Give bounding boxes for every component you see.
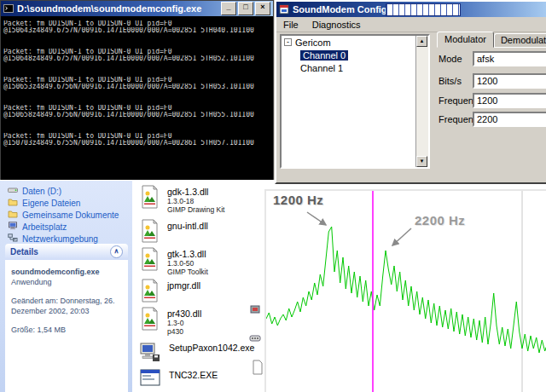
close-icon[interactable]: × (255, 2, 270, 15)
dll-file-icon (139, 279, 160, 306)
tree-item-label: Channel 0 (300, 50, 348, 61)
tree-item-root[interactable]: - Gericom (282, 36, 428, 49)
maximize-icon[interactable]: □ (238, 2, 253, 15)
sidebar-item-eigene-dateien[interactable]: Eigene Dateien (0, 197, 132, 209)
tree-root-label: Gericom (295, 37, 331, 48)
tree-item-channel0[interactable]: Channel 0 (298, 49, 428, 61)
menu-diagnostics[interactable]: Diagnostics (305, 19, 368, 31)
details-content: soundmodemconfig.exe Anwendung Geändert … (5, 260, 128, 392)
folder-icon (8, 210, 18, 220)
sidebar-item-gemeinsame-dokumente[interactable]: Gemeinsame Dokumente (0, 209, 132, 221)
spectrum-window: 1200 Hz 2200 Hz (264, 189, 546, 392)
scroll-up-icon[interactable]: ▲ (416, 36, 427, 47)
details-file-name: soundmodemconfig.exe (11, 267, 122, 277)
dll-file-icon (139, 219, 160, 246)
tab-demodulator[interactable]: Demodulator (494, 33, 546, 48)
application-file-icon (139, 368, 161, 392)
setup-file-icon (139, 341, 161, 366)
console-output: Packet: fm DD1SUN-1 to DD1SUN-0 UI pid=F… (1, 16, 273, 180)
console-line: Packet: fm DD1SUN-1 to DD1SUN-0 UI pid=F… (3, 105, 271, 112)
file-row[interactable]: gtk-1.3.dll 1.3.0-50 GIMP Toolkit (139, 247, 208, 276)
dll-file-icon (139, 185, 160, 214)
file-name: gdk-1.3.dll (167, 187, 224, 197)
sidebar-item-label: Gemeinsame Dokumente (22, 210, 119, 220)
minimize-icon[interactable]: _ (221, 2, 236, 15)
sidebar-item-arbeitsplatz[interactable]: Arbeitsplatz (0, 221, 132, 233)
spectrum-trace (266, 227, 546, 353)
file-description: p430 (167, 327, 201, 336)
mode-field[interactable] (473, 51, 546, 66)
configurator-window[interactable]: SoundModem Configurator File Diagnostics… (275, 0, 546, 184)
spectrum-plot (266, 191, 546, 392)
sidebar-item-label: Arbeitsplatz (22, 222, 67, 232)
device-icon[interactable] (248, 303, 262, 319)
details-file-type: Anwendung (11, 277, 122, 287)
file-version: 1.3.0-50 (167, 259, 208, 268)
settings-tabs: Modulator Demodulator (437, 32, 546, 48)
console-title: D:\soundmodem\soundmodemconfig.exe (17, 3, 218, 14)
sidebar-item-daten[interactable]: Daten (D:) (0, 185, 132, 197)
file-name: pr430.dll (167, 308, 201, 319)
console-line (3, 34, 271, 49)
sidebar-item-label: Daten (D:) (22, 187, 61, 196)
annotation-arrow-1200 (307, 212, 326, 225)
menu-file[interactable]: File (276, 19, 305, 31)
file-row[interactable]: SetupPaxon1042.exe (139, 341, 254, 366)
console-titlebar[interactable]: D:\soundmodem\soundmodemconfig.exe _ □ × (1, 1, 273, 16)
folder-icon (8, 198, 18, 208)
tree-collapse-icon[interactable]: - (284, 38, 292, 46)
tab-modulator[interactable]: Modulator (437, 32, 494, 48)
file-name: SetupPaxon1042.exe (169, 343, 254, 353)
console-line: Packet: fm DD1SUN-1 to DD1SUN-0 UI pid=F… (3, 20, 271, 27)
file-row[interactable]: pr430.dll 1.3-0 p430 (139, 307, 201, 336)
configurator-icon (279, 4, 289, 14)
file-name: gtk-1.3.dll (167, 249, 208, 259)
file-version: 1.3.0-18 (167, 197, 224, 205)
sidebar-item-label: Netzwerkumgebung (22, 234, 98, 244)
file-row[interactable]: gnu-intl.dll (139, 219, 208, 246)
file-row[interactable]: TNC32.EXE (139, 368, 218, 392)
connector-icon[interactable] (248, 332, 262, 348)
console-line: Packet: fm DD1SUN-1 to DD1SUN-0 UI pid=F… (3, 133, 271, 140)
file-name: jpmgr.dll (167, 280, 200, 291)
details-title: Details (10, 247, 38, 257)
console-icon (3, 3, 14, 14)
details-modified-1: Geändert am: Donnerstag, 26. (11, 296, 122, 306)
console-line: @150643z4849.6757N/00916.1471E0000/000/A… (3, 27, 271, 34)
file-row[interactable]: gdk-1.3.dll 1.3.0-18 GIMP Drawing Kit (139, 185, 224, 214)
bits-field[interactable] (473, 73, 546, 89)
console-line: Packet: fm DD1SUN-1 to DD1SUN-0 UI pid=F… (3, 49, 271, 55)
console-line: @150648z4849.6757N/00916.1471E0000/000/A… (3, 55, 271, 62)
console-window[interactable]: D:\soundmodem\soundmodemconfig.exe _ □ ×… (0, 0, 274, 181)
sidebar-item-label: Eigene Dateien (22, 199, 80, 208)
file-description: GIMP Drawing Kit (167, 205, 224, 214)
frequency1-field[interactable] (473, 112, 546, 127)
sidebar-item-netzwerkumgebung[interactable]: Netzwerkumgebung (0, 233, 132, 245)
tree-item-label: Channel 1 (300, 63, 343, 73)
dll-file-icon (139, 307, 160, 336)
bits-label: Bits/s (439, 76, 462, 86)
explorer-task-pane: Daten (D:) Eigene Dateien Gemeinsame Dok… (0, 180, 132, 392)
details-modified-2: Dezember 2002, 20:03 (11, 306, 122, 316)
file-description: GIMP Toolkit (167, 268, 208, 276)
level-meter (386, 3, 461, 16)
annotation-1200hz: 1200 Hz (273, 193, 323, 207)
frequency0-field[interactable] (473, 93, 546, 108)
file-name: gnu-intl.dll (167, 221, 208, 231)
file-version: 1.3-0 (167, 319, 201, 327)
mode-label: Mode (439, 54, 462, 64)
details-size: Größe: 1,54 MB (11, 325, 122, 335)
file-name: TNC32.EXE (169, 370, 218, 380)
annotation-arrow-2200 (392, 228, 411, 245)
console-line: @150653z4849.6756N/00916.1471E0000/000/A… (3, 84, 271, 90)
tree-scrollbar[interactable]: ▲ ▼ (415, 36, 428, 167)
drive-icon (8, 186, 18, 196)
annotation-2200hz: 2200 Hz (415, 213, 465, 228)
computer-icon (8, 222, 18, 232)
console-line: @150703z4849.6755N/00916.1471E0000/000/A… (3, 140, 271, 147)
tree-item-channel1[interactable]: Channel 1 (298, 61, 428, 74)
file-row[interactable]: jpmgr.dll (139, 279, 200, 306)
scroll-down-icon[interactable]: ▼ (416, 156, 427, 167)
page-icon[interactable] (252, 360, 264, 378)
chevron-up-icon[interactable]: ∧ (110, 245, 123, 258)
